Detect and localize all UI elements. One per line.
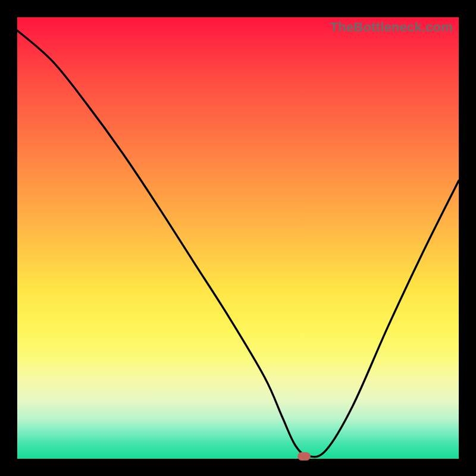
curve-layer bbox=[17, 17, 459, 459]
bottleneck-curve bbox=[17, 30, 459, 457]
chart-frame: TheBottleneck.com bbox=[0, 0, 476, 476]
plot-area: TheBottleneck.com bbox=[17, 17, 459, 459]
optimal-point-marker bbox=[298, 452, 311, 461]
